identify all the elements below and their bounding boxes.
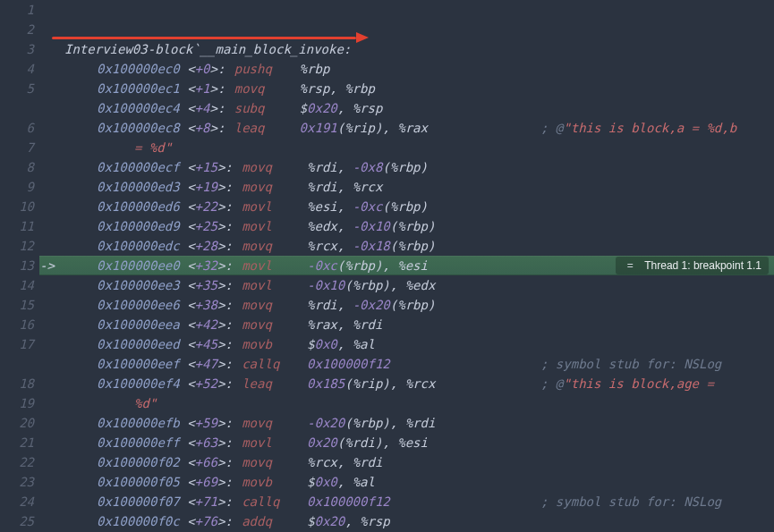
- mnemonic: movq: [240, 236, 292, 256]
- disasm-row[interactable]: 0x100000ed6 <+22>: movl %esi, -0xc(%rbp): [39, 197, 774, 216]
- instruction-address: 0x100000ed9: [97, 219, 187, 233]
- disasm-row[interactable]: 0x100000eef <+47>: callq 0x100000f12; sy…: [39, 354, 774, 374]
- operand: %rbp: [300, 62, 330, 76]
- instruction-address: 0x100000edc: [97, 239, 187, 253]
- operand: %edx: [307, 219, 337, 233]
- operand: (%rbp): [390, 239, 436, 253]
- mnemonic: movl: [240, 216, 292, 236]
- comment: ; symbol stub for: NSLog: [540, 494, 721, 509]
- operand: 0x0: [314, 475, 336, 489]
- disasm-row[interactable]: 0x100000ecf <+15>: movq %rdi, -0x8(%rbp): [39, 157, 774, 177]
- mnemonic: callq: [240, 492, 292, 511]
- string-literal: = %d": [134, 140, 172, 155]
- line-number: 21: [0, 433, 34, 452]
- instruction-offset: +76: [195, 514, 217, 528]
- instruction-offset: +66: [195, 455, 217, 469]
- disasm-row[interactable]: 0x100000f05 <+69>: movb $0x0, %al: [39, 472, 774, 492]
- operand: ,: [382, 121, 397, 135]
- operand: (%rbp): [344, 278, 390, 292]
- line-number: 16: [0, 315, 34, 334]
- instruction-offset: +45: [195, 337, 217, 351]
- disasm-row[interactable]: 0x100000edc <+28>: movq %rcx, -0x18(%rbp…: [39, 236, 774, 256]
- mnemonic: movq: [240, 315, 292, 334]
- operand: ,: [382, 258, 397, 273]
- disasm-row[interactable]: 0x100000ef4 <+52>: leaq 0x185(%rip), %rc…: [39, 374, 774, 393]
- disasm-row[interactable]: 0x100000ee3 <+35>: movl -0x10(%rbp), %ed…: [39, 275, 774, 295]
- line-number: 5: [0, 79, 34, 98]
- instruction-address: 0x100000ec0: [97, 62, 187, 76]
- operand: -0xc: [353, 199, 383, 214]
- instruction-offset: +38: [195, 298, 217, 312]
- mnemonic: leaq: [233, 118, 285, 138]
- disasm-row[interactable]: 0x100000ec1 <+1>: movq %rsp, %rbp: [39, 79, 774, 98]
- operand: $: [300, 101, 307, 115]
- instruction-address: 0x100000ec1: [97, 81, 187, 96]
- disasm-row[interactable]: 0x100000eff <+63>: movl 0x20(%rdi), %esi: [39, 433, 774, 452]
- disasm-row[interactable]: 0x100000ed3 <+19>: movq %rdi, %rcx: [39, 177, 774, 197]
- disasm-row[interactable]: 0x100000f02 <+66>: movq %rcx, %rdi: [39, 452, 774, 472]
- instruction-offset: +28: [195, 239, 217, 253]
- operand: -0xc: [307, 258, 337, 273]
- line-number: 20: [0, 413, 34, 433]
- operand: ,: [382, 435, 397, 450]
- line-number: 1: [0, 0, 34, 20]
- operand: ,: [337, 337, 353, 351]
- operand: %rcx: [353, 180, 383, 194]
- instruction-offset: +52: [195, 376, 217, 391]
- mnemonic: addq: [240, 511, 292, 531]
- operand: %edx: [405, 278, 436, 292]
- line-number: 10: [0, 197, 34, 216]
- mnemonic: subq: [233, 98, 285, 118]
- mnemonic: pushq: [233, 59, 285, 79]
- instruction-offset: +71: [195, 494, 217, 509]
- disasm-row[interactable]: 0x100000ee6 <+38>: movq %rdi, -0x20(%rbp…: [39, 295, 774, 315]
- instruction-address: 0x100000eea: [97, 317, 187, 332]
- disasm-row[interactable]: 0x100000eea <+42>: movq %rax, %rdi: [39, 315, 774, 334]
- operand: 0x20: [307, 101, 337, 115]
- operand: %rax: [397, 121, 428, 135]
- instruction-address: 0x100000eff: [97, 435, 187, 450]
- disasm-row[interactable]: 0x100000ed9 <+25>: movl %edx, -0x10(%rbp…: [39, 216, 774, 236]
- line-number: 2: [0, 20, 34, 39]
- instruction-address: 0x100000ec4: [97, 101, 187, 115]
- disasm-row[interactable]: ->0x100000ee0 <+32>: movl -0xc(%rbp), %e…: [39, 256, 774, 275]
- disasm-row[interactable]: 0x100000efb <+59>: movq -0x20(%rbp), %rd…: [39, 413, 774, 433]
- line-number: 18: [0, 374, 34, 393]
- instruction-address: 0x100000ec8: [97, 121, 187, 135]
- operand: %rdi: [307, 180, 337, 194]
- line-number: 24: [0, 492, 34, 511]
- breakpoint-badge[interactable]: =Thread 1: breakpoint 1.1: [616, 257, 769, 274]
- disasm-row[interactable]: 0x100000f0c <+76>: addq $0x20, %rsp: [39, 511, 774, 531]
- disasm-row[interactable]: 0x100000eed <+45>: movb $0x0, %al: [39, 334, 774, 354]
- operand: %esi: [397, 258, 428, 273]
- operand: %rdi: [307, 160, 337, 174]
- instruction-offset: +63: [195, 435, 217, 450]
- comment: ; @: [540, 376, 563, 391]
- disasm-row[interactable]: 0x100000f07 <+71>: callq 0x100000f12; sy…: [39, 492, 774, 511]
- instruction-offset: +42: [195, 317, 217, 332]
- mnemonic: movq: [233, 79, 285, 98]
- operand: %al: [353, 337, 375, 351]
- instruction-offset: +4: [195, 101, 210, 115]
- operand: -0x10: [353, 219, 390, 233]
- line-number: 3: [0, 39, 34, 59]
- disassembly-view[interactable]: Interview03-block`__main_block_invoke:0x…: [39, 0, 774, 532]
- function-header-row[interactable]: Interview03-block`__main_block_invoke:: [39, 39, 774, 59]
- instruction-offset: +47: [195, 357, 217, 371]
- operand: ,: [337, 475, 353, 489]
- disasm-row[interactable]: 0x100000ec8 <+8>: leaq 0x191(%rip), %rax…: [39, 118, 774, 138]
- operand: ,: [337, 298, 353, 312]
- disasm-row[interactable]: 0x100000ec4 <+4>: subq $0x20, %rsp: [39, 98, 774, 118]
- operand: (%rbp): [337, 258, 383, 273]
- mnemonic: movl: [240, 256, 292, 275]
- mnemonic: movl: [240, 433, 292, 452]
- mnemonic: movq: [240, 177, 292, 197]
- disasm-row[interactable]: 0x100000ec0 <+0>: pushq %rbp: [39, 59, 774, 79]
- function-name: Interview03-block`__main_block_invoke:: [64, 42, 351, 56]
- operand: %rcx: [405, 376, 436, 391]
- mnemonic: movq: [240, 452, 292, 472]
- operand: -0x20: [307, 416, 344, 430]
- line-number: 6: [0, 118, 34, 138]
- instruction-address: 0x100000ecf: [97, 160, 187, 174]
- operand: 0x20: [307, 435, 337, 450]
